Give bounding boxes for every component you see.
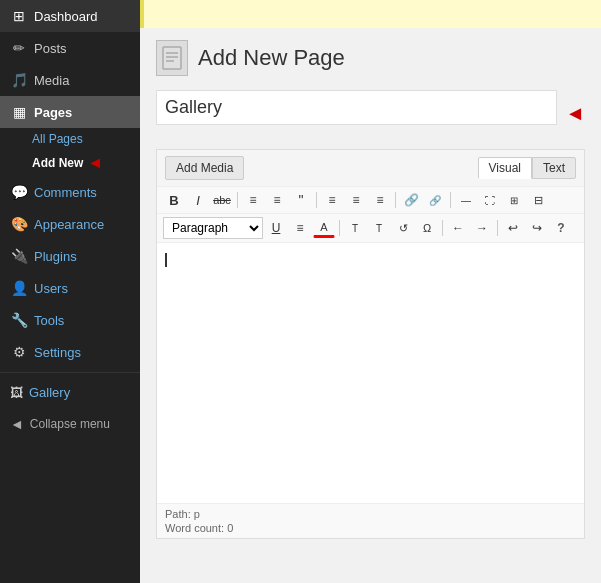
kitchen-sink-button[interactable]: ⊟ (527, 190, 549, 210)
sidebar-item-label: Media (34, 73, 69, 88)
sidebar-item-plugins[interactable]: 🔌 Plugins (0, 240, 140, 272)
toolbar-separator-4 (450, 192, 451, 208)
ordered-list-button[interactable]: ≡ (266, 190, 288, 210)
collapse-menu-button[interactable]: ◄ Collapse menu (0, 408, 140, 440)
posts-icon: ✏ (10, 40, 28, 56)
strikethrough-button[interactable]: abc (211, 190, 233, 210)
indent-button[interactable]: → (471, 218, 493, 238)
gallery-icon: 🖼 (10, 385, 23, 400)
sidebar-item-settings[interactable]: ⚙ Settings (0, 336, 140, 368)
tools-icon: 🔧 (10, 312, 28, 328)
editor-word-count: Word count: 0 (165, 522, 576, 534)
sidebar-item-pages[interactable]: ▦ Pages (0, 96, 140, 128)
sidebar-subitem-add-new[interactable]: Add New ◄ (0, 150, 140, 176)
align-left-button[interactable]: ≡ (321, 190, 343, 210)
title-arrow-indicator: ◄ (565, 102, 585, 125)
unlink-button[interactable]: 🔗 (424, 190, 446, 210)
editor-cursor (165, 253, 167, 267)
page-content-area: Add New Page ◄ Add Media Visual Text (140, 28, 601, 583)
add-new-arrow: ◄ (87, 154, 103, 172)
editor-top-toolbar: Add Media Visual Text (157, 150, 584, 187)
align-center-button[interactable]: ≡ (345, 190, 367, 210)
sidebar-item-label: Dashboard (34, 9, 98, 24)
main-content: Add New Page ◄ Add Media Visual Text (140, 0, 601, 583)
media-icon: 🎵 (10, 72, 28, 88)
toolbar-separator-2 (316, 192, 317, 208)
sidebar-item-media[interactable]: 🎵 Media (0, 64, 140, 96)
comments-icon: 💬 (10, 184, 28, 200)
collapse-icon: ◄ (10, 416, 24, 432)
remove-formatting-button[interactable]: ↺ (392, 218, 414, 238)
sidebar-item-posts[interactable]: ✏ Posts (0, 32, 140, 64)
unordered-list-button[interactable]: ≡ (242, 190, 264, 210)
sidebar-item-label: Settings (34, 345, 81, 360)
format-toolbar-row2: Paragraph Heading 1 Heading 2 Heading 3 … (157, 214, 584, 243)
help-button[interactable]: ? (550, 218, 572, 238)
visual-tab[interactable]: Visual (478, 157, 532, 179)
notification-bar (140, 0, 601, 28)
users-icon: 👤 (10, 280, 28, 296)
view-tabs: Visual Text (478, 157, 576, 179)
toolbar-toggle-button[interactable]: ⊞ (503, 190, 525, 210)
page-title-input[interactable] (156, 90, 557, 125)
justify-button[interactable]: ≡ (289, 218, 311, 238)
text-color-button[interactable]: A (313, 218, 335, 238)
pages-icon: ▦ (10, 104, 28, 120)
sidebar-item-label: Tools (34, 313, 64, 328)
add-media-button[interactable]: Add Media (165, 156, 244, 180)
sidebar: ⊞ Dashboard ✏ Posts 🎵 Media ▦ Pages All … (0, 0, 140, 583)
format-toolbar-row1: B I abc ≡ ≡ " ≡ ≡ ≡ 🔗 🔗 — ⛶ ⊞ ⊟ (157, 187, 584, 214)
toolbar-separator-6 (442, 220, 443, 236)
page-heading: Add New Page (156, 40, 585, 76)
settings-icon: ⚙ (10, 344, 28, 360)
editor-container: Add Media Visual Text B I abc ≡ ≡ (156, 149, 585, 539)
collapse-label: Collapse menu (30, 417, 110, 431)
all-pages-label: All Pages (32, 132, 83, 146)
editor-footer: Path: p Word count: 0 (157, 503, 584, 538)
link-button[interactable]: 🔗 (400, 190, 422, 210)
sidebar-item-label: Posts (34, 41, 67, 56)
paste-from-word-button[interactable]: T (368, 218, 390, 238)
insert-more-button[interactable]: — (455, 190, 477, 210)
add-new-label: Add New (32, 156, 83, 170)
sidebar-item-tools[interactable]: 🔧 Tools (0, 304, 140, 336)
appearance-icon: 🎨 (10, 216, 28, 232)
sidebar-item-comments[interactable]: 💬 Comments (0, 176, 140, 208)
sidebar-subitem-all-pages[interactable]: All Pages (0, 128, 140, 150)
sidebar-item-users[interactable]: 👤 Users (0, 272, 140, 304)
toolbar-separator-5 (339, 220, 340, 236)
sidebar-item-label: Users (34, 281, 68, 296)
undo-button[interactable]: ↩ (502, 218, 524, 238)
page-icon (156, 40, 188, 76)
redo-button[interactable]: ↪ (526, 218, 548, 238)
page-title: Add New Page (198, 45, 345, 71)
title-row: ◄ (156, 90, 585, 137)
sidebar-item-dashboard[interactable]: ⊞ Dashboard (0, 0, 140, 32)
toolbar-separator-1 (237, 192, 238, 208)
sidebar-item-appearance[interactable]: 🎨 Appearance (0, 208, 140, 240)
toolbar-separator-3 (395, 192, 396, 208)
editor-path: Path: p (165, 508, 576, 520)
distraction-free-button[interactable]: ⛶ (479, 190, 501, 210)
svg-rect-0 (163, 47, 181, 69)
sidebar-item-label: Pages (34, 105, 72, 120)
paste-as-text-button[interactable]: T (344, 218, 366, 238)
editor-body[interactable] (157, 243, 584, 503)
sidebar-item-label: Appearance (34, 217, 104, 232)
align-right-button[interactable]: ≡ (369, 190, 391, 210)
bold-button[interactable]: B (163, 190, 185, 210)
italic-button[interactable]: I (187, 190, 209, 210)
underline-button[interactable]: U (265, 218, 287, 238)
special-chars-button[interactable]: Ω (416, 218, 438, 238)
sidebar-gallery-label: Gallery (29, 385, 70, 400)
sidebar-item-label: Comments (34, 185, 97, 200)
blockquote-button[interactable]: " (290, 190, 312, 210)
sidebar-item-label: Plugins (34, 249, 77, 264)
sidebar-separator (0, 372, 140, 373)
plugins-icon: 🔌 (10, 248, 28, 264)
dashboard-icon: ⊞ (10, 8, 28, 24)
text-tab[interactable]: Text (532, 157, 576, 179)
sidebar-item-gallery[interactable]: 🖼 Gallery (0, 377, 140, 408)
outdent-button[interactable]: ← (447, 218, 469, 238)
paragraph-format-select[interactable]: Paragraph Heading 1 Heading 2 Heading 3 … (163, 217, 263, 239)
